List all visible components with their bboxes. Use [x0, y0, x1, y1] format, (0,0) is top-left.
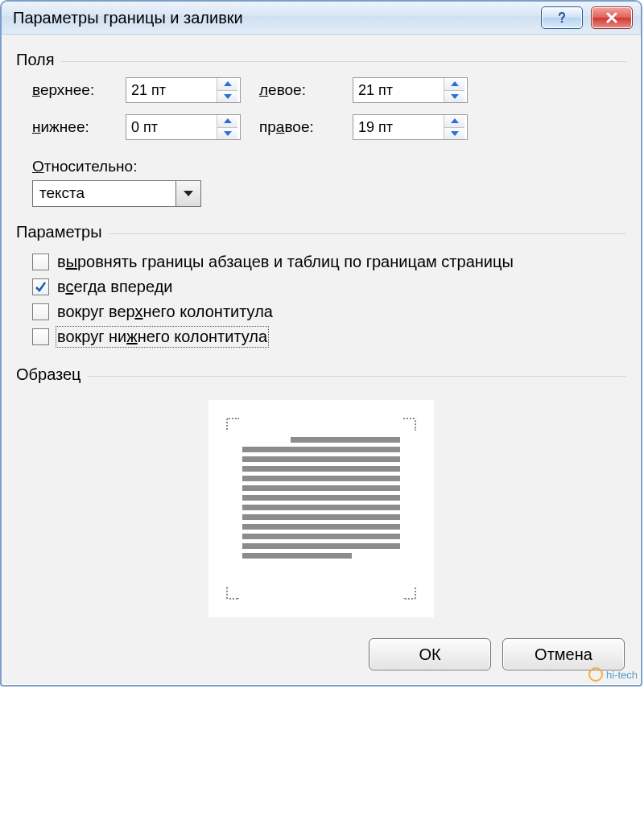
checkbox-always-in-front-label: всегда впереди — [57, 278, 173, 296]
checkbox-checked-icon — [32, 278, 49, 295]
label-relative-to: Относительно: — [32, 158, 626, 175]
spin-down-icon[interactable] — [444, 128, 464, 140]
spinner-bottom-margin[interactable] — [126, 114, 241, 140]
checkbox-around-header-label: вокруг верхнего колонтитула — [57, 303, 273, 321]
fieldset-options: Параметры выровнять границы абзацев и та… — [16, 223, 626, 349]
checkbox-icon — [32, 328, 49, 345]
spin-down-icon[interactable] — [444, 91, 464, 103]
label-top-margin: верхнее: — [32, 81, 121, 99]
checkbox-always-in-front[interactable]: всегда впереди — [32, 274, 626, 299]
preview-area — [208, 400, 434, 617]
crop-mark-icon — [226, 418, 239, 431]
crop-mark-icon — [403, 587, 416, 600]
preview-text-icon — [242, 437, 400, 580]
help-icon — [555, 10, 569, 25]
chevron-down-icon[interactable] — [175, 181, 200, 206]
checkbox-around-footer[interactable]: вокруг нижнего колонтитула — [32, 324, 626, 349]
dialog-border-shading-options: Параметры границы и заливки Поля — [0, 0, 642, 687]
close-button[interactable] — [591, 6, 633, 29]
fieldset-preview: Образец — [16, 365, 626, 617]
close-icon — [605, 10, 619, 25]
checkbox-icon — [32, 254, 49, 270]
combo-relative-to[interactable]: текста — [32, 180, 201, 207]
combo-relative-to-value: текста — [33, 181, 175, 206]
watermark-icon — [588, 667, 603, 682]
checkbox-around-header[interactable]: вокруг верхнего колонтитула — [32, 299, 626, 324]
checkbox-align-borders-label: выровнять границы абзацев и таблиц по гр… — [57, 253, 514, 271]
spin-down-icon[interactable] — [217, 128, 237, 140]
titlebar-buttons — [541, 6, 633, 29]
label-bottom-margin: нижнее: — [32, 118, 121, 136]
fieldset-margins: Поля верхнее: левое: — [16, 51, 626, 207]
spin-up-icon[interactable] — [444, 78, 464, 91]
spin-up-icon[interactable] — [217, 78, 237, 91]
ok-button[interactable]: ОК — [369, 638, 491, 670]
spin-up-icon[interactable] — [444, 115, 464, 128]
spinner-top-margin[interactable] — [126, 77, 241, 103]
input-top-margin[interactable] — [126, 78, 217, 102]
checkbox-align-borders[interactable]: выровнять границы абзацев и таблиц по гр… — [32, 249, 626, 274]
spinner-left-margin[interactable] — [353, 77, 468, 103]
crop-mark-icon — [226, 587, 239, 600]
svg-point-0 — [561, 21, 564, 23]
label-left-margin: левое: — [259, 81, 348, 99]
spin-down-icon[interactable] — [217, 91, 237, 103]
watermark: hi-tech — [588, 667, 638, 682]
dialog-buttons: ОК Отмена — [16, 638, 626, 670]
preview-legend: Образец — [16, 365, 81, 384]
cancel-button[interactable]: Отмена — [502, 638, 625, 670]
label-right-margin: правое: — [259, 118, 348, 136]
checkbox-around-footer-label: вокруг нижнего колонтитула — [57, 328, 267, 346]
spinner-right-margin[interactable] — [353, 114, 468, 140]
input-bottom-margin[interactable] — [126, 115, 217, 139]
dialog-body: Поля верхнее: левое: — [2, 35, 641, 685]
input-left-margin[interactable] — [353, 78, 444, 102]
margins-legend: Поля — [16, 51, 55, 69]
input-right-margin[interactable] — [353, 115, 444, 139]
window-title: Параметры границы и заливки — [13, 9, 243, 27]
titlebar: Параметры границы и заливки — [2, 2, 641, 35]
crop-mark-icon — [403, 418, 416, 431]
spin-up-icon[interactable] — [217, 115, 237, 128]
options-legend: Параметры — [16, 223, 102, 241]
checkbox-icon — [32, 303, 49, 320]
help-button[interactable] — [541, 6, 583, 29]
